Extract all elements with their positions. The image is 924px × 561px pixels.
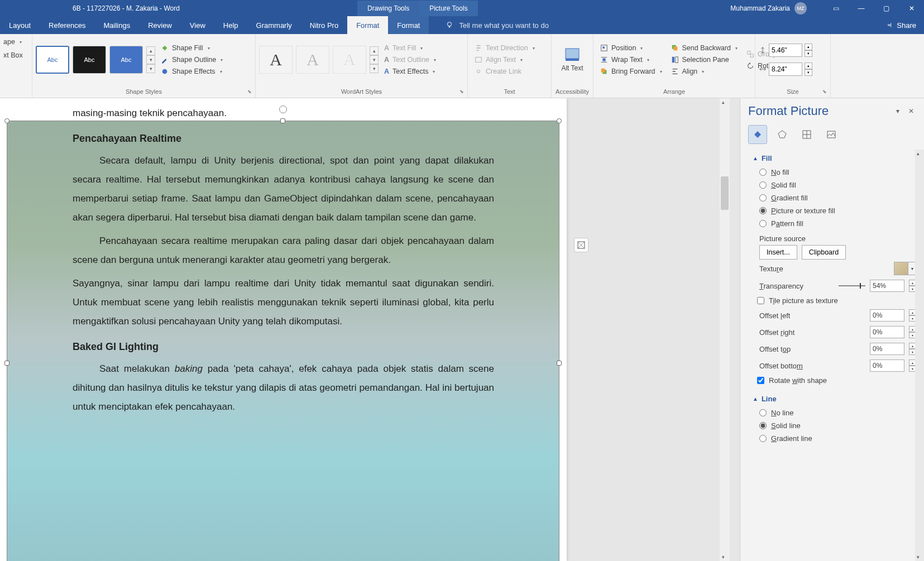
offset-right-value[interactable]: 0%	[870, 326, 904, 338]
size-launcher[interactable]: ⬊	[822, 89, 827, 94]
line-section-header[interactable]: ▲Line	[753, 395, 916, 403]
pane-scrollbar[interactable]: ▴ ▾	[915, 150, 924, 561]
vertical-scrollbar[interactable]: ▴ ▾	[720, 98, 730, 561]
shape-style-gallery[interactable]: Abc Abc Abc	[36, 46, 143, 74]
drawing-tools-tab[interactable]: Drawing Tools	[357, 1, 419, 16]
transparency-slider[interactable]	[839, 285, 865, 286]
tab-mailings[interactable]: Mailings	[95, 16, 140, 34]
effects-tab[interactable]	[773, 125, 792, 144]
gradient-fill-radio[interactable]: Gradient fill	[753, 191, 916, 204]
wordart-preset-3[interactable]: A	[333, 46, 366, 74]
wrap-text-button[interactable]: Wrap Text▾	[597, 54, 666, 65]
transparency-value[interactable]: 54%	[870, 280, 904, 292]
offset-top-value[interactable]: 0%	[870, 343, 904, 355]
insert-picture-button[interactable]: Insert...	[759, 245, 797, 260]
heading-realtime[interactable]: Pencahayaan Realtime	[73, 133, 494, 145]
width-field[interactable]	[769, 63, 802, 76]
tab-layout[interactable]: Layout	[0, 16, 40, 34]
height-input[interactable]: ▴▾	[759, 44, 812, 57]
gallery-nav[interactable]: ▴▾▾	[146, 46, 155, 73]
layout-options-button[interactable]	[574, 238, 588, 252]
height-field[interactable]	[769, 44, 802, 57]
gradient-line-radio[interactable]: Gradient line	[753, 432, 916, 445]
paragraph[interactable]: Sayangnya, sinar lampu dari lampu realti…	[73, 274, 494, 331]
text-effects-button[interactable]: AText Effects▾	[381, 66, 439, 77]
tab-grammarly[interactable]: Grammarly	[247, 16, 301, 34]
solid-fill-radio[interactable]: Solid fill	[753, 179, 916, 191]
align-text-button[interactable]: Align Text▾	[471, 54, 538, 65]
shape-effects-button[interactable]: Shape Effects▾	[157, 66, 226, 77]
fill-section-header[interactable]: ▲Fill	[753, 154, 916, 162]
wordart-gallery[interactable]: A A A	[259, 46, 366, 74]
fill-line-tab[interactable]	[748, 125, 767, 144]
rotate-with-shape-checkbox[interactable]: Rotate with shape	[753, 374, 916, 387]
ribbon-display-icon[interactable]: ▭	[824, 0, 849, 16]
text-box-button[interactable]: xt Box	[0, 50, 26, 61]
scroll-up-icon[interactable]: ▴	[722, 99, 725, 105]
pane-close-button[interactable]: ✕	[906, 107, 916, 115]
offset-left-value[interactable]: 0%	[870, 309, 904, 322]
wordart-preset-1[interactable]: A	[259, 46, 293, 74]
width-input[interactable]: ▴▾	[759, 63, 812, 76]
offset-bottom-value[interactable]: 0%	[870, 359, 904, 372]
send-backward-button[interactable]: Send Backward▾	[668, 42, 741, 54]
shape-style-preset-1[interactable]: Abc	[36, 46, 69, 74]
document-area[interactable]: masing-masing teknik pencahayaan. Pencah…	[0, 98, 740, 561]
page[interactable]: masing-masing teknik pencahayaan. Pencah…	[0, 98, 567, 561]
shape-fill-button[interactable]: Shape Fill▾	[157, 42, 226, 54]
shape-outline-button[interactable]: Shape Outline▾	[157, 54, 226, 65]
text-direction-button[interactable]: Text Direction▾	[471, 42, 538, 54]
shape-style-preset-2[interactable]: Abc	[73, 46, 106, 74]
user-name: Muhammad Zakaria	[730, 4, 790, 12]
alt-text-button[interactable]: Alt Text	[557, 47, 588, 72]
shapes-dropdown[interactable]: ape▾	[0, 36, 25, 47]
tab-nitro-pro[interactable]: Nitro Pro	[301, 16, 347, 34]
align-button[interactable]: Align▾	[668, 66, 741, 77]
tab-help[interactable]: Help	[214, 16, 247, 34]
picture-tools-tab[interactable]: Picture Tools	[419, 1, 477, 16]
solid-line-radio[interactable]: Solid line	[753, 419, 916, 432]
tab-picture-format[interactable]: Format	[388, 16, 429, 34]
texture-label: Texture	[759, 265, 889, 273]
send-backward-icon	[671, 44, 679, 52]
scroll-down-icon[interactable]: ▾	[722, 554, 725, 560]
shape-style-preset-3[interactable]: Abc	[109, 46, 143, 74]
ribbon-tabs: Layout References Mailings Review View H…	[0, 16, 924, 34]
tab-drawing-format[interactable]: Format	[347, 16, 388, 34]
pane-options-button[interactable]: ▾	[893, 107, 903, 115]
close-button[interactable]: ✕	[899, 0, 924, 16]
pattern-fill-radio[interactable]: Pattern fill	[753, 217, 916, 230]
share-button[interactable]: Share	[885, 16, 916, 34]
paragraph[interactable]: Secara default, lampu di Unity berjenis …	[73, 151, 494, 227]
tab-references[interactable]: References	[40, 16, 94, 34]
position-button[interactable]: Position▾	[597, 42, 666, 54]
scroll-thumb[interactable]	[721, 176, 729, 210]
text-fill-button[interactable]: AText Fill▾	[381, 42, 439, 54]
selection-pane-button[interactable]: Selection Pane	[668, 54, 741, 65]
account-info[interactable]: Muhammad Zakaria MZ	[730, 2, 807, 15]
texture-picker[interactable]: ▾	[894, 262, 916, 275]
bring-forward-button[interactable]: Bring Forward▾	[597, 66, 666, 77]
tile-checkbox[interactable]: Tile picture as texture	[753, 294, 916, 307]
maximize-button[interactable]: ▢	[874, 0, 899, 16]
no-line-radio[interactable]: No line	[753, 406, 916, 419]
no-fill-radio[interactable]: No fill	[753, 166, 916, 179]
heading-baked[interactable]: Baked GI Lighting	[73, 341, 494, 353]
layout-tab[interactable]	[797, 125, 816, 144]
paragraph[interactable]: masing-masing teknik pencahayaan.	[73, 104, 494, 123]
tab-review[interactable]: Review	[139, 16, 181, 34]
svg-rect-8	[602, 58, 605, 61]
clipboard-button[interactable]: Clipboard	[802, 245, 846, 260]
text-outline-button[interactable]: AText Outline▾	[381, 54, 439, 65]
wordart-launcher[interactable]: ⬊	[459, 89, 464, 94]
wordart-preset-2[interactable]: A	[296, 46, 329, 74]
tab-view[interactable]: View	[181, 16, 214, 34]
picture-tab[interactable]	[822, 125, 841, 144]
picture-fill-radio[interactable]: Picture or texture fill	[753, 204, 916, 217]
paragraph[interactable]: Pencahayaan secara realtime merupakan ca…	[73, 232, 494, 270]
tell-me-search[interactable]: Tell me what you want to do	[446, 16, 548, 34]
wordart-gallery-nav[interactable]: ▴▾▾	[370, 46, 379, 73]
minimize-button[interactable]: —	[849, 0, 874, 16]
shape-styles-launcher[interactable]: ⬊	[247, 89, 252, 94]
paragraph[interactable]: Saat melakukan baking pada 'peta cahaya'…	[73, 359, 494, 416]
